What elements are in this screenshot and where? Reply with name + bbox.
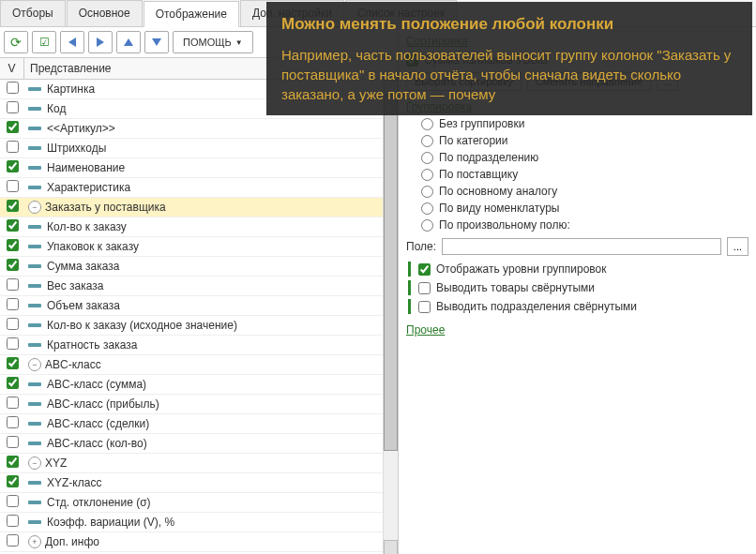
tree-row[interactable]: −XYZ — [0, 454, 383, 473]
field-icon — [28, 225, 41, 229]
tree-row[interactable]: Сумма заказа — [0, 257, 383, 277]
row-label: ABC-класс (сделки) — [47, 417, 149, 430]
row-checkbox[interactable] — [7, 82, 19, 94]
tree-row[interactable]: Стд. отклонение (σ) — [0, 493, 383, 513]
group-radio-row[interactable]: Без группировки — [421, 117, 748, 130]
row-checkbox[interactable] — [7, 397, 19, 409]
group-check-label: Выводить подразделения свёрнутыми — [436, 300, 637, 313]
collapse-icon[interactable]: − — [28, 457, 41, 470]
tree-row[interactable]: −Заказать у поставщика — [0, 198, 383, 217]
row-label: Код — [47, 102, 66, 115]
group-check[interactable] — [418, 301, 431, 313]
row-checkbox[interactable] — [7, 219, 19, 232]
row-checkbox[interactable] — [7, 416, 19, 428]
field-icon — [28, 245, 41, 248]
field-icon — [28, 107, 41, 111]
group-radio[interactable] — [421, 186, 433, 198]
tree-row[interactable]: Кратность заказа — [0, 336, 383, 355]
tree-row[interactable]: ABC-класс (сделки) — [0, 414, 383, 434]
tree-row[interactable]: Кол-во к заказу (исходное значение) — [0, 316, 383, 336]
move-right-button[interactable] — [88, 31, 113, 53]
row-checkbox[interactable] — [7, 534, 19, 547]
tree-row[interactable]: ABC-класс (кол-во) — [0, 434, 383, 454]
group-radio[interactable] — [421, 118, 433, 130]
collapse-icon[interactable]: − — [28, 201, 41, 214]
tree-row[interactable]: Вес заказа — [0, 277, 383, 296]
overlay-body: Например, часть пользователей выносит гр… — [281, 45, 737, 104]
row-checkbox[interactable] — [7, 160, 19, 172]
tree-row[interactable]: XYZ-класс — [0, 473, 383, 493]
tree-row[interactable]: Упаковок к заказу — [0, 237, 383, 257]
row-checkbox[interactable] — [7, 377, 19, 389]
row-checkbox[interactable] — [7, 298, 19, 310]
refresh-button[interactable]: ⟳ — [4, 31, 28, 53]
row-checkbox[interactable] — [7, 239, 19, 251]
collapse-icon[interactable]: − — [28, 358, 41, 371]
group-radio[interactable] — [421, 202, 433, 215]
tree-row[interactable]: Наименование — [0, 158, 383, 178]
tab-0[interactable]: Отборы — [0, 0, 66, 26]
columns-tree[interactable]: КартинкаКод<<Артикул>>ШтрихкодыНаименова… — [0, 80, 383, 554]
group-radio-row[interactable]: По основному аналогу — [421, 185, 748, 198]
group-radio-label: По виду номенклатуры — [439, 202, 560, 215]
move-left-button[interactable] — [60, 31, 84, 53]
row-checkbox[interactable] — [7, 456, 19, 468]
group-radio[interactable] — [421, 219, 433, 232]
row-checkbox[interactable] — [7, 357, 19, 369]
field-icon — [28, 186, 41, 189]
group-radio-label: По категории — [439, 134, 507, 147]
tree-row[interactable]: Коэфф. вариации (V), % — [0, 513, 383, 532]
row-checkbox[interactable] — [7, 495, 19, 507]
tree-row[interactable]: ABC-класс (прибыль) — [0, 395, 383, 414]
group-radio-row[interactable]: По поставщику — [421, 168, 748, 181]
tree-row[interactable]: <<Артикул>> — [0, 119, 383, 139]
group-check[interactable] — [418, 282, 431, 294]
group-radio[interactable] — [421, 169, 433, 181]
group-check-row[interactable]: Отображать уровни группировок — [406, 262, 748, 277]
expand-icon[interactable]: + — [28, 535, 41, 548]
field-icon — [28, 323, 41, 327]
tree-row[interactable]: +Доп. инфо — [0, 532, 383, 552]
tab-2[interactable]: Отображение — [144, 1, 239, 27]
tree-row[interactable]: Характеристика — [0, 178, 383, 198]
tree-row[interactable]: −ABC-класс — [0, 355, 383, 375]
group-radio-row[interactable]: По подразделению — [421, 151, 748, 164]
scrollbar[interactable] — [383, 80, 398, 554]
row-checkbox[interactable] — [7, 475, 19, 487]
group-radio[interactable] — [421, 135, 433, 147]
tree-row[interactable]: Штрихкоды — [0, 139, 383, 158]
help-button[interactable]: ПОМОЩЬ ▼ — [173, 31, 253, 53]
tree-row[interactable]: Объем заказа — [0, 296, 383, 316]
row-label: Сумма заказа — [47, 260, 119, 273]
row-checkbox[interactable] — [7, 259, 19, 271]
group-field-more-button[interactable]: ... — [727, 237, 748, 256]
row-checkbox[interactable] — [7, 180, 19, 192]
row-checkbox[interactable] — [7, 318, 19, 330]
group-radio-row[interactable]: По виду номенклатуры — [421, 202, 748, 215]
row-checkbox[interactable] — [7, 101, 19, 113]
group-radio-row[interactable]: По произвольному полю: — [421, 218, 748, 232]
move-down-button[interactable] — [144, 31, 169, 53]
move-up-button[interactable] — [116, 31, 141, 53]
tree-row[interactable]: ABC-класс (сумма) — [0, 375, 383, 395]
row-checkbox[interactable] — [7, 436, 19, 448]
row-checkbox[interactable] — [7, 121, 19, 133]
check-all-button[interactable]: ☑ — [32, 31, 56, 53]
group-field-input[interactable] — [442, 238, 721, 255]
group-check[interactable] — [418, 263, 431, 276]
group-radio-row[interactable]: По категории — [421, 134, 748, 147]
tree-row[interactable]: Кол-во к заказу — [0, 217, 383, 237]
row-checkbox[interactable] — [7, 515, 19, 527]
scroll-down-button[interactable] — [384, 540, 398, 554]
row-checkbox[interactable] — [7, 278, 19, 291]
row-checkbox[interactable] — [7, 141, 19, 153]
row-checkbox[interactable] — [7, 337, 19, 350]
scroll-thumb[interactable] — [384, 95, 398, 451]
row-checkbox[interactable] — [7, 200, 19, 212]
other-link[interactable]: Прочее — [406, 323, 445, 337]
group-check-row[interactable]: Выводить товары свёрнутыми — [406, 280, 748, 295]
group-radio[interactable] — [421, 152, 433, 164]
field-icon — [28, 127, 41, 130]
group-check-row[interactable]: Выводить подразделения свёрнутыми — [406, 299, 748, 314]
tab-1[interactable]: Основное — [67, 0, 143, 26]
